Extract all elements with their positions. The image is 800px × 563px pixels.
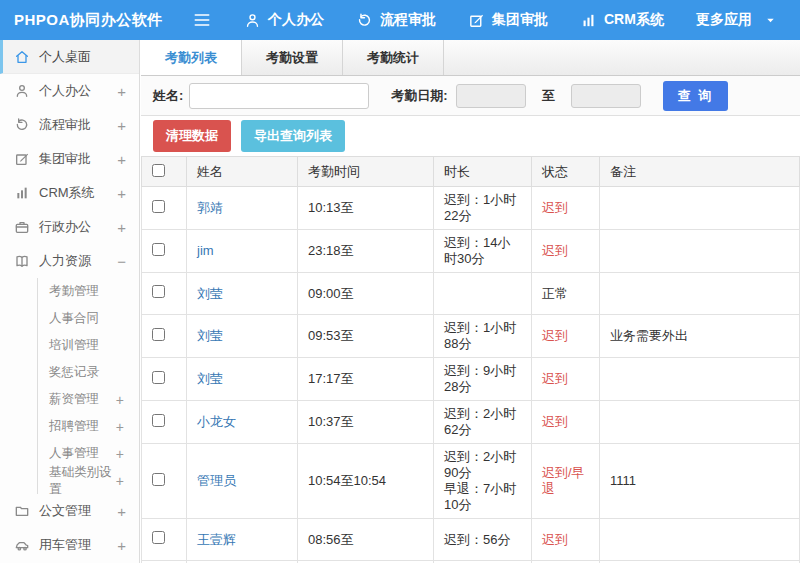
sidebar-item-1[interactable]: 个人桌面 <box>0 40 139 74</box>
user-icon <box>14 83 30 99</box>
expand-plus-icon[interactable]: + <box>117 185 126 202</box>
status-cell: 正常 <box>532 273 600 315</box>
employee-name-link[interactable]: 郭靖 <box>197 200 223 215</box>
sidebar-item-label: 行政办公 <box>39 218 91 236</box>
row-checkbox[interactable] <box>152 371 165 384</box>
clean-data-button[interactable]: 清理数据 <box>153 120 231 152</box>
menu-icon <box>192 10 212 30</box>
sidebar-item-label: 个人办公 <box>39 82 91 100</box>
expand-plus-icon[interactable]: + <box>117 537 126 554</box>
status-cell: 迟到/早退 <box>532 444 600 519</box>
sidebar-subitem-4[interactable]: 奖惩记录 <box>38 359 139 386</box>
sidebar-subitem-label: 培训管理 <box>49 337 99 354</box>
duration-cell: 迟到：56分 <box>434 519 532 561</box>
sidebar-item-label: 流程审批 <box>39 116 91 134</box>
topnav-item-2[interactable]: 流程审批 <box>356 11 436 29</box>
expand-plus-icon[interactable]: + <box>116 419 124 435</box>
sidebar-subitem-8[interactable]: 基础类别设置+ <box>38 467 139 494</box>
sidebar-item-9[interactable]: 用车管理+ <box>0 528 139 562</box>
employee-name-link[interactable]: 管理员 <box>197 473 236 488</box>
sidebar-subitem-label: 薪资管理 <box>49 391 99 408</box>
row-checkbox[interactable] <box>152 243 165 256</box>
table-row: jim23:18至迟到：14小时30分迟到 <box>142 230 800 273</box>
row-checkbox[interactable] <box>152 328 165 341</box>
duration-cell: 迟到：1小时88分 <box>434 315 532 358</box>
duration-cell <box>434 273 532 315</box>
employee-name-link[interactable]: 小龙女 <box>197 414 236 429</box>
row-checkbox[interactable] <box>152 285 165 298</box>
employee-name-link[interactable]: 王壹辉 <box>197 532 236 547</box>
checkbox-cell <box>142 519 187 561</box>
sidebar-subitem-3[interactable]: 培训管理 <box>38 332 139 359</box>
date-filter-label: 考勤日期: <box>391 87 447 105</box>
table-header-row: 姓名考勤时间时长状态备注 <box>142 157 800 187</box>
row-checkbox[interactable] <box>152 531 165 544</box>
checkbox-cell <box>142 187 187 230</box>
time-cell: 23:18至 <box>298 230 434 273</box>
time-cell: 10:37至 <box>298 401 434 444</box>
sidebar-subitem-5[interactable]: 薪资管理+ <box>38 386 139 413</box>
select-all-checkbox[interactable] <box>152 164 165 177</box>
date-from-input[interactable] <box>456 84 526 108</box>
sidebar-item-5[interactable]: CRM系统+ <box>0 176 139 210</box>
menu-icon[interactable] <box>192 10 212 30</box>
employee-name-link[interactable]: 刘莹 <box>197 328 223 343</box>
search-button[interactable]: 查 询 <box>663 81 729 111</box>
car-icon <box>14 537 30 553</box>
collapse-minus-icon[interactable]: − <box>117 253 126 270</box>
tab-1[interactable]: 考勤列表 <box>141 40 242 75</box>
sidebar-submenu: 考勤管理人事合同培训管理奖惩记录薪资管理+招聘管理+人事管理+基础类别设置+ <box>37 278 139 494</box>
name-cell: 刘莹 <box>187 273 298 315</box>
sidebar-subitem-2[interactable]: 人事合同 <box>38 305 139 332</box>
expand-plus-icon[interactable]: + <box>117 219 126 236</box>
topnav-item-3[interactable]: 集团审批 <box>468 11 548 29</box>
row-checkbox[interactable] <box>152 473 165 486</box>
sidebar-item-3[interactable]: 流程审批+ <box>0 108 139 142</box>
checkbox-cell <box>142 315 187 358</box>
sidebar-item-8[interactable]: 公文管理+ <box>0 494 139 528</box>
topnav-item-5[interactable]: 更多应用 <box>696 11 776 29</box>
row-checkbox[interactable] <box>152 414 165 427</box>
checkbox-cell <box>142 358 187 401</box>
checkbox-cell <box>142 230 187 273</box>
expand-plus-icon[interactable]: + <box>117 83 126 100</box>
table-body: 郭靖10:13至迟到：1小时22分迟到jim23:18至迟到：14小时30分迟到… <box>142 187 800 563</box>
table-row: 王壹辉08:56至迟到：56分迟到 <box>142 519 800 561</box>
sidebar-item-label: 个人桌面 <box>39 48 91 66</box>
expand-plus-icon[interactable]: + <box>117 117 126 134</box>
date-to-input[interactable] <box>571 84 641 108</box>
date-to-label: 至 <box>542 87 555 105</box>
tab-2[interactable]: 考勤设置 <box>242 40 343 75</box>
note-cell: 业务需要外出 <box>600 315 800 358</box>
top-bar: PHPOA协同办公软件 个人办公流程审批集团审批CRM系统更多应用 <box>0 0 800 40</box>
sidebar-subitem-1[interactable]: 考勤管理 <box>38 278 139 305</box>
employee-name-link[interactable]: 刘莹 <box>197 371 223 386</box>
topnav-item-label: 流程审批 <box>380 11 436 29</box>
table-row: 管理员10:54至10:54迟到：2小时90分早退：7小时10分迟到/早退111… <box>142 444 800 519</box>
expand-plus-icon[interactable]: + <box>116 473 124 489</box>
tab-3[interactable]: 考勤统计 <box>343 40 444 75</box>
flow-icon <box>14 117 30 133</box>
sidebar-subitem-6[interactable]: 招聘管理+ <box>38 413 139 440</box>
expand-plus-icon[interactable]: + <box>117 503 126 520</box>
employee-name-link[interactable]: 刘莹 <box>197 286 223 301</box>
expand-plus-icon[interactable]: + <box>116 392 124 408</box>
table-row: 刘莹17:17至迟到：9小时28分迟到 <box>142 358 800 401</box>
export-list-button[interactable]: 导出查询列表 <box>241 120 345 152</box>
name-filter-input[interactable] <box>189 83 369 109</box>
sidebar-item-2[interactable]: 个人办公+ <box>0 74 139 108</box>
user-icon <box>244 12 261 29</box>
sidebar-item-6[interactable]: 行政办公+ <box>0 210 139 244</box>
employee-name-link[interactable]: jim <box>197 243 214 258</box>
expand-plus-icon[interactable]: + <box>116 446 124 462</box>
duration-cell: 迟到：14小时30分 <box>434 230 532 273</box>
topnav-item-1[interactable]: 个人办公 <box>244 11 324 29</box>
row-checkbox[interactable] <box>152 200 165 213</box>
flow-icon <box>356 12 373 29</box>
sidebar-item-7[interactable]: 人力资源− <box>0 244 139 278</box>
expand-plus-icon[interactable]: + <box>117 151 126 168</box>
sidebar-subitem-label: 招聘管理 <box>49 418 99 435</box>
sidebar-item-4[interactable]: 集团审批+ <box>0 142 139 176</box>
topnav-item-4[interactable]: CRM系统 <box>580 11 664 29</box>
tab-bar: 考勤列表考勤设置考勤统计 <box>141 40 800 76</box>
